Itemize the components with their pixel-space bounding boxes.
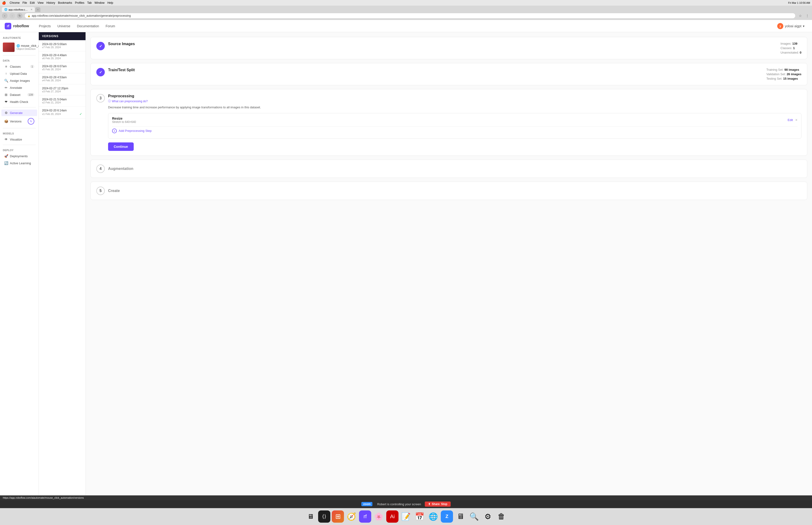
dock-finder[interactable]: 🖥	[305, 510, 317, 523]
user-menu[interactable]: y yoloai aigpt ▾	[775, 21, 807, 31]
reload-button[interactable]: ↻	[17, 13, 22, 18]
versions-circle: ↻	[28, 118, 34, 124]
menu-bookmarks[interactable]: Bookmarks	[58, 1, 72, 4]
version-item-1[interactable]: 2024-02-29 4:49am v6 Feb 29, 2024	[39, 51, 86, 62]
active-tab[interactable]: 🌐 app.roboflow.com/aiautomate/mouse_clic…	[2, 7, 35, 12]
classes-label: Classes	[10, 65, 21, 69]
unannotated-value: 0	[800, 51, 801, 54]
sidebar-item-versions[interactable]: 📦 Versions ↻	[1, 117, 37, 126]
resize-row: Resize Stretch to 640×640 Edit ×	[112, 117, 797, 124]
user-name: yoloai aigpt	[785, 24, 801, 28]
bookmark-button[interactable]: ☆	[797, 13, 803, 18]
sidebar-item-healthcheck[interactable]: ❤ Health Check	[1, 99, 37, 105]
forward-button[interactable]: ›	[10, 13, 15, 18]
version-date-2: 2024-02-28 6:07am	[42, 65, 82, 68]
version-date-4: 2024-02-27 12:20pm	[42, 87, 82, 90]
sidebar-item-upload[interactable]: ↑ Upload Data	[1, 70, 37, 77]
dock-trash[interactable]: 🗑	[495, 510, 507, 523]
project-item[interactable]: 🌐 mouse_click_a... ⋯ Object Detection	[0, 41, 39, 53]
dock-chrome[interactable]: 🌐	[427, 510, 439, 523]
version-item-2[interactable]: 2024-02-28 6:07am v5 Feb 28, 2024	[39, 62, 86, 73]
preprocessing-desc: Decrease training time and increase perf…	[108, 105, 801, 110]
dock-spotlight[interactable]: 🔍	[468, 510, 480, 523]
content-area: VERSIONS 2024-02-29 5:00am v7 Feb 29, 20…	[39, 32, 812, 495]
step1-meta: Images: 139 Classes: 1 Unannotated: 0	[781, 42, 801, 54]
continue-button[interactable]: Continue	[108, 142, 134, 151]
validation-stat: Validation Set: 26 images	[766, 72, 801, 76]
url-bar[interactable]: 🔒 app.roboflow.com/aiautomate/mouse_clic…	[25, 13, 796, 18]
edit-button[interactable]: Edit	[787, 118, 793, 122]
sidebar-item-assign[interactable]: 🔍 Assign Images	[1, 77, 37, 84]
nav-documentation[interactable]: Documentation	[74, 23, 102, 29]
sidebar-item-annotate[interactable]: ✏ Annotate	[1, 84, 37, 91]
dock: 🖥 ⟨⟩ ⊞ 🧭 rf 🌸 Ai 📝 📅 🌐 Z 🖥 🔍 ⚙ 🗑	[0, 508, 812, 525]
app-container: rf roboflow Projects Universe Documentat…	[0, 20, 812, 495]
upload-label: Upload Data	[10, 72, 27, 75]
sidebar-item-active-learning[interactable]: 🔄 Active Learning	[1, 160, 37, 166]
menu-view[interactable]: View	[37, 1, 44, 4]
browser-chrome: 🌐 app.roboflow.com/aiautomate/mouse_clic…	[0, 6, 812, 20]
dock-acrobat[interactable]: Ai	[386, 510, 398, 523]
dock-app2[interactable]: 🌸	[373, 510, 385, 523]
dock-safari[interactable]: 🧭	[346, 510, 357, 523]
menu-file[interactable]: File	[22, 1, 27, 4]
resize-actions: Edit ×	[787, 118, 797, 122]
version-item-5[interactable]: 2024-02-21 5:04am v2 Feb 21, 2024	[39, 95, 86, 106]
menu-chrome[interactable]: Chrome	[10, 1, 20, 4]
preprocessing-help-link[interactable]: ⓘ What can preprocessing do?	[108, 99, 801, 103]
nav-forum[interactable]: Forum	[103, 23, 118, 29]
menu-tab[interactable]: Tab	[87, 1, 92, 4]
versions-label: Versions	[10, 120, 21, 123]
menu-edit[interactable]: Edit	[30, 1, 35, 4]
sidebar-item-deployments[interactable]: 🚀 Deployments	[1, 153, 37, 159]
sidebar-item-dataset[interactable]: ⊞ Dataset 139	[1, 91, 37, 98]
logo-text: roboflow	[13, 24, 29, 28]
version-item-6[interactable]: 2024-02-20 6:14am v1 Feb 20, 2024 ✓	[39, 106, 86, 118]
lock-icon: 🔒	[28, 15, 30, 17]
step4-circle: 4	[96, 165, 105, 173]
project-info: 🌐 mouse_click_a... ⋯ Object Detection	[16, 44, 39, 50]
nav-universe[interactable]: Universe	[55, 23, 73, 29]
new-tab-button[interactable]: +	[35, 7, 41, 12]
preprocessing-card: Resize Stretch to 640×640 Edit ×	[108, 113, 801, 139]
dock-zoom[interactable]: Z	[441, 510, 453, 523]
dock-launchpad[interactable]: ⊞	[332, 510, 344, 523]
sidebar-item-visualize[interactable]: 👁 Visualize	[1, 136, 37, 142]
dock-monitor[interactable]: 🖥	[455, 510, 466, 523]
sidebar-item-classes[interactable]: ≡ Classes 1	[1, 63, 37, 70]
tab-close-button[interactable]: ✕	[31, 8, 32, 11]
menu-history[interactable]: History	[47, 1, 55, 4]
dock-notes[interactable]: 📝	[400, 510, 412, 523]
stop-share-button[interactable]: ⬆ Share Stop	[425, 501, 451, 507]
logo-icon: rf	[5, 23, 11, 29]
dock-app1[interactable]: rf	[359, 510, 371, 523]
step1-circle: ✓	[96, 42, 105, 50]
step2-circle: ✓	[96, 68, 105, 76]
add-step-row[interactable]: + Add Preprocessing Step	[112, 126, 797, 135]
menu-window[interactable]: Window	[94, 1, 105, 4]
training-stat: Training Set: 98 images	[766, 68, 801, 72]
extensions-button[interactable]: ⋮	[805, 13, 810, 18]
version-item-4[interactable]: 2024-02-27 12:20pm v3 Feb 27, 2024	[39, 84, 86, 95]
step2-title: Train/Test Split	[108, 68, 763, 72]
user-avatar: y	[777, 23, 783, 29]
step-preprocessing: 3 Preprocessing ⓘ What can preprocessing…	[90, 89, 807, 156]
workspace-label: AIAUTOMATE	[3, 36, 36, 39]
menu-help[interactable]: Help	[107, 1, 113, 4]
unannotated-stat: Unannotated: 0	[781, 51, 801, 54]
logo[interactable]: rf roboflow	[5, 23, 29, 29]
version-item-3[interactable]: 2024-02-28 4:53am v4 Feb 28, 2024	[39, 73, 86, 84]
apple-menu[interactable]: 🍎	[2, 1, 6, 5]
dock-vscode[interactable]: ⟨⟩	[318, 510, 330, 523]
nav-projects[interactable]: Projects	[36, 23, 54, 29]
version-item-0[interactable]: 2024-02-29 5:00am v7 Feb 29, 2024	[39, 40, 86, 51]
back-button[interactable]: ‹	[2, 13, 7, 18]
dock-calendar[interactable]: 📅	[414, 510, 426, 523]
sidebar-item-generate[interactable]: ⚙ Generate	[1, 109, 37, 116]
menu-profiles[interactable]: Profiles	[75, 1, 85, 4]
version-date-5: 2024-02-21 5:04am	[42, 98, 82, 101]
delete-resize-button[interactable]: ×	[795, 118, 797, 122]
add-step-icon: +	[112, 129, 117, 133]
versions-header: VERSIONS	[39, 32, 86, 40]
dock-settings[interactable]: ⚙	[482, 510, 494, 523]
